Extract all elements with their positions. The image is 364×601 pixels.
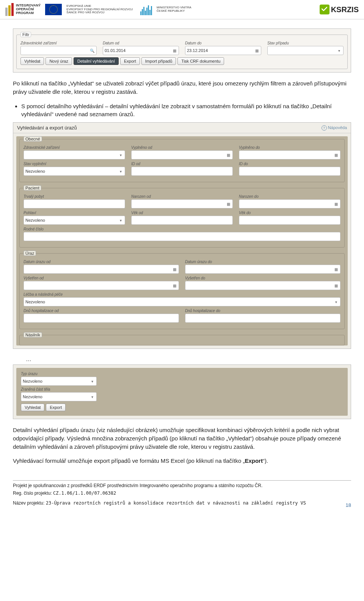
footer-line1: Projekt je spolufinancován z prostředků … xyxy=(13,483,351,488)
calendar-icon: ▦ xyxy=(333,283,339,288)
button-export[interactable]: Export xyxy=(120,57,140,65)
chevron-down-icon: ▾ xyxy=(89,394,95,399)
field-label: Datum do xyxy=(185,41,261,45)
input-l-ba-a-n-sledn-p-e[interactable]: Nezvoleno▾ xyxy=(24,297,340,306)
input-typ-razu[interactable]: Nezvoleno▾ xyxy=(21,377,97,386)
input-datum-od[interactable]: 01.01.2014▦ xyxy=(103,46,179,55)
field-label: Léčba a následná péče xyxy=(24,292,340,297)
button-import-p-pad-[interactable]: Import případů xyxy=(141,57,176,65)
input-stav-p-padu[interactable]: ▾ xyxy=(267,46,344,55)
input-narozen-od[interactable]: ▦ xyxy=(131,199,233,208)
field-label: Typ úrazu xyxy=(21,372,97,376)
field-label: Vyplněno od xyxy=(131,145,233,150)
input-rodn-slo[interactable] xyxy=(24,232,340,241)
input-dn-hospitalizace-od[interactable] xyxy=(24,314,179,323)
input-dn-hospitalizace-do[interactable] xyxy=(185,314,340,323)
input-zdravotnick-za-zen-[interactable]: ▾ xyxy=(24,150,125,159)
eu-flag-icon xyxy=(45,4,62,15)
field-label: Pohlaví xyxy=(24,211,125,215)
input-vy-et-en-od[interactable]: ▦ xyxy=(24,281,179,290)
calendar-icon: ▦ xyxy=(226,201,231,207)
chevron-down-icon: ▾ xyxy=(118,152,123,158)
bullet-detail-search: S pomocí detailního vyhledávání – detail… xyxy=(21,102,351,119)
field-label: Trvalý pobyt xyxy=(24,194,125,199)
page-number: 18 xyxy=(346,502,351,508)
field-label: ID od xyxy=(131,162,233,166)
input-id-od[interactable] xyxy=(131,167,233,176)
field-label: Věk od xyxy=(131,211,233,215)
doc-header: INTEGROVANÝ OPERAČNÍ PROGRAM EVROPSKÁ UN… xyxy=(0,0,364,19)
field-label: Vyšetřen do xyxy=(185,276,340,280)
field-label: Stav případu xyxy=(267,41,344,45)
ministry-logo xyxy=(140,4,152,15)
legend-násilník: Násilník xyxy=(24,332,42,338)
chevron-down-icon: ▾ xyxy=(333,299,339,304)
calendar-icon: ▦ xyxy=(254,48,259,53)
calendar-icon: ▦ xyxy=(226,152,231,158)
field-label: Narozen do xyxy=(239,194,340,199)
field-label: Rodné číslo xyxy=(24,227,340,231)
button-export[interactable]: Export xyxy=(46,404,66,411)
field-label: Věk do xyxy=(239,211,340,215)
input-v-k-od[interactable] xyxy=(131,216,233,225)
input-vypln-no-od[interactable]: ▦ xyxy=(131,150,233,159)
panel-title: Vyhledávání a export úrazů xyxy=(17,125,77,131)
paragraph-2: Detailní vyhledání případu úrazu (viz ná… xyxy=(13,426,351,451)
button-nov-raz[interactable]: Nový úraz xyxy=(46,57,72,65)
field-label: Dnů hospitalizace od xyxy=(24,309,179,313)
input-trval-pobyt[interactable] xyxy=(24,199,125,208)
screenshot-detail-search: Vyhledávání a export úrazů Nápověda Obec… xyxy=(13,122,351,349)
legend-filtr: Filtr xyxy=(20,32,31,37)
chevron-down-icon: ▾ xyxy=(118,169,123,174)
footer: Projekt je spolufinancován z prostředků … xyxy=(0,480,364,515)
screenshot-detail-bottom: Typ úrazuNezvoleno▾Zraněná část tělaNezv… xyxy=(13,364,351,419)
field-label: Datum úrazu do xyxy=(185,260,340,264)
calendar-icon: ▦ xyxy=(172,267,177,272)
eu-text: EVROPSKÁ UNIE EVROPSKÝ FOND PRO REGIONÁL… xyxy=(66,5,133,14)
input-stav-vypln-n-[interactable]: Nezvoleno▾ xyxy=(24,167,125,176)
legend-obecné: Obecné xyxy=(24,136,42,142)
calendar-icon: ▦ xyxy=(333,267,339,272)
button-detailn-vyhled-v-n-[interactable]: Detailní vyhledávání xyxy=(74,57,119,65)
input-datum-razu-do[interactable]: ▦ xyxy=(185,265,340,274)
chevron-down-icon: ▾ xyxy=(89,379,95,384)
field-label: Vyšetřen od xyxy=(24,276,179,280)
calendar-icon: ▦ xyxy=(333,152,339,158)
help-link[interactable]: Nápověda xyxy=(322,125,347,131)
chevron-down-icon: ▾ xyxy=(118,218,123,223)
field-label: Zraněná část těla xyxy=(21,387,97,391)
field-label: Zdravotnické zařízení xyxy=(24,145,125,150)
field-label: Vyplněno do xyxy=(239,145,340,150)
field-label: ID do xyxy=(239,162,340,166)
search-icon: 🔍 xyxy=(89,48,95,53)
input-vypln-no-do[interactable]: ▦ xyxy=(239,150,340,159)
button-tisk-crf-dokumentu[interactable]: Tisk CRF dokumentu xyxy=(177,57,224,65)
paragraph-3: Vyhledávací formulář umožňuje export pří… xyxy=(13,457,351,465)
button-vyhledat[interactable]: Vyhledat xyxy=(20,57,44,65)
input-datum-razu-od[interactable]: ▦ xyxy=(24,265,179,274)
field-label: Narozen od xyxy=(131,194,233,199)
legend-úraz: Úraz xyxy=(24,251,36,256)
ksrzis-logo: KSRZIS xyxy=(320,5,359,14)
chevron-down-icon: ▾ xyxy=(336,48,342,53)
input-pohlav-[interactable]: Nezvoleno▾ xyxy=(24,216,125,225)
input-v-k-do[interactable] xyxy=(239,216,340,225)
field-label: Dnů hospitalizace do xyxy=(185,309,340,313)
calendar-icon: ▦ xyxy=(333,201,339,207)
ministry-text: MINISTERSTVO VNITRA ČESKÉ REPUBLIKY xyxy=(157,6,191,13)
input-narozen-do[interactable]: ▦ xyxy=(239,199,340,208)
footer-reg: Reg. číslo projektu: CZ.1.06/1.1.00/07.0… xyxy=(13,491,351,496)
button-vyhledat[interactable]: Vyhledat xyxy=(21,404,44,411)
paragraph-1: Po kliknutí na tlačítko „Vyhledat“ se už… xyxy=(13,79,351,96)
field-label: Zdravotnické zařízení xyxy=(20,41,97,45)
field-label: Datum úrazu od xyxy=(24,260,179,264)
input-id-do[interactable] xyxy=(239,167,340,176)
field-label: Stav vyplnění xyxy=(24,162,125,166)
input-zdravotnick-za-zen-[interactable]: 🔍 xyxy=(20,46,97,55)
screenshot-filter: Filtr Zdravotnické zařízení🔍Datum od01.0… xyxy=(13,28,351,73)
input-zran-n-st-t-la[interactable]: Nezvoleno▾ xyxy=(21,392,97,401)
iop-logo: INTEGROVANÝ OPERAČNÍ PROGRAM xyxy=(5,3,41,16)
input-vy-et-en-do[interactable]: ▦ xyxy=(185,281,340,290)
input-datum-do[interactable]: 23.12.2014▦ xyxy=(185,46,261,55)
legend-pacient: Pacient xyxy=(24,185,41,191)
